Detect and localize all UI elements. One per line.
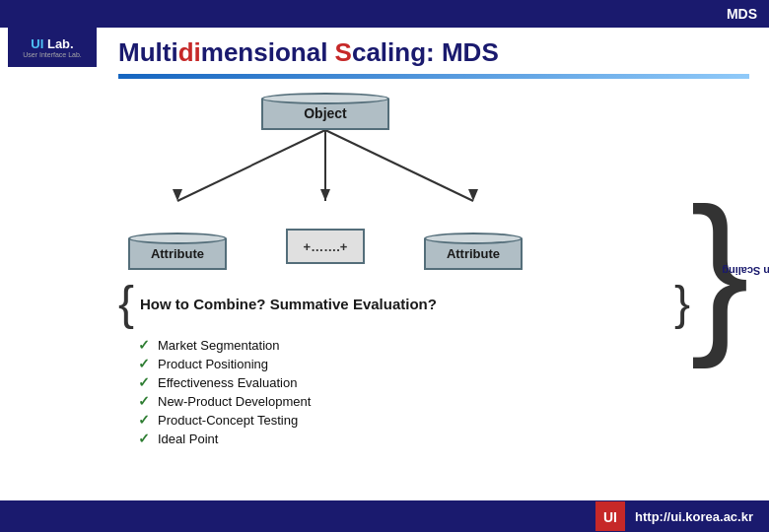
footer: UI http://ui.korea.ac.kr (0, 500, 769, 532)
check-icon: ✓ (138, 374, 150, 390)
check-icon: ✓ (138, 431, 150, 446)
left-content: Object Attribute +…….+ (118, 93, 690, 449)
mds-label: MDS (727, 6, 757, 22)
attr-right: Attribute (424, 233, 523, 270)
main-content: Multidimensional Scaling: MDS (99, 28, 769, 500)
check-icon: ✓ (138, 337, 150, 353)
footer-url: http://ui.korea.ac.kr (635, 509, 753, 524)
check-icon: ✓ (138, 412, 150, 428)
svg-line-2 (325, 130, 473, 201)
attr-mid: +…….+ (286, 229, 365, 264)
svg-line-0 (177, 130, 325, 201)
bullet-item-5: ✓Ideal Point (138, 431, 690, 446)
svg-text:UI: UI (603, 509, 617, 525)
bullet-item-2: ✓Effectiveness Evaluation (138, 374, 690, 390)
brace-right-icon: } (674, 280, 690, 327)
right-bracket-area: } 1:1 Unidimensionin Scaling (690, 93, 749, 449)
top-bar: MDS (0, 0, 769, 28)
combine-section: { How to Combine? Summative Evaluation? … (118, 280, 690, 327)
diagram: Object Attribute +…….+ (118, 93, 532, 270)
logo-sub: User Interface Lab. (23, 51, 82, 58)
footer-logo: UI (595, 501, 625, 531)
bullet-item-3: ✓New-Product Development (138, 393, 690, 409)
svg-marker-5 (468, 189, 478, 201)
brace-left-icon: { (118, 280, 134, 327)
logo-area: UI Lab. User Interface Lab. (8, 28, 97, 67)
check-icon: ✓ (138, 356, 150, 371)
bullet-list: ✓Market Segmentation✓Product Positioning… (118, 337, 690, 446)
logo-main: UI Lab. (31, 36, 73, 51)
title-divider (118, 74, 749, 79)
vertical-label: 1:1 Unidimensionin Scaling (722, 265, 769, 277)
svg-marker-3 (173, 189, 182, 201)
bullet-item-4: ✓Product-Concept Testing (138, 412, 690, 428)
svg-marker-4 (320, 189, 330, 201)
bullet-item-1: ✓Product Positioning (138, 356, 690, 371)
combine-text: How to Combine? Summative Evaluation? (140, 296, 668, 312)
check-icon: ✓ (138, 393, 150, 409)
attr-left: Attribute (128, 233, 227, 270)
page-title: Multidimensional Scaling: MDS (118, 37, 749, 68)
bullet-item-0: ✓Market Segmentation (138, 337, 690, 353)
